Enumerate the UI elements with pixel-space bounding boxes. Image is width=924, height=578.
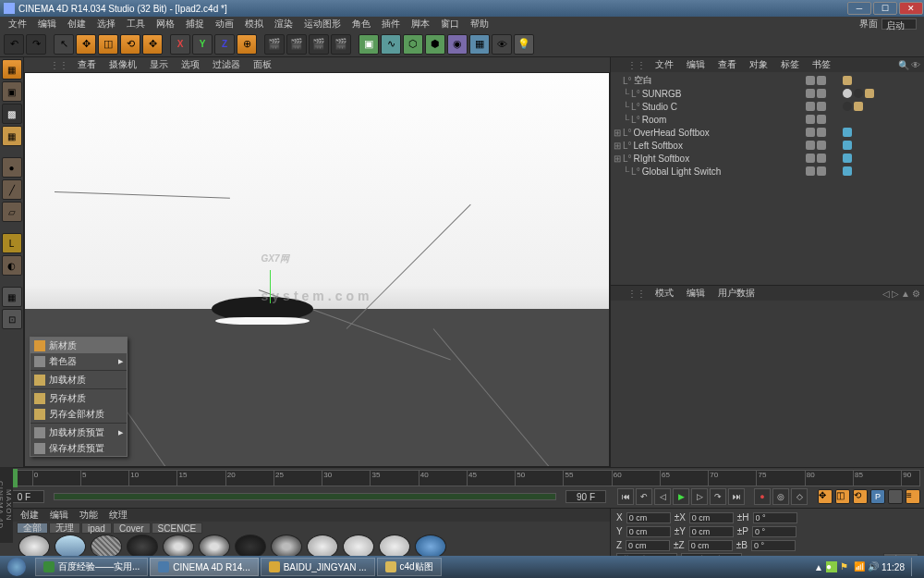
key-pos-button[interactable]: ✥	[818, 489, 833, 504]
menu-create[interactable]: 创建	[63, 18, 91, 31]
coord-p-input[interactable]	[752, 526, 796, 537]
vp-panel[interactable]: 面板	[249, 58, 275, 71]
taskbar-item[interactable]: c4d贴图	[377, 558, 442, 576]
light-tool[interactable]: 💡	[514, 34, 534, 55]
vp-display[interactable]: 显示	[146, 58, 172, 71]
tree-row[interactable]: ⊞L°OverHead Softbox	[613, 126, 802, 139]
am-mode[interactable]: 模式	[651, 287, 677, 300]
start-button[interactable]	[0, 556, 33, 578]
snap-enable[interactable]: ▦	[2, 287, 22, 307]
am-back-icon[interactable]: ◁	[882, 289, 890, 299]
menu-select[interactable]: 选择	[92, 18, 120, 31]
tag-row[interactable]	[806, 152, 922, 165]
key-rot-button[interactable]: ⟲	[853, 489, 868, 504]
render-view[interactable]: 🎬	[264, 34, 285, 55]
tree-row[interactable]: ⊞L°RIght Softbox	[613, 152, 802, 165]
key-param-button[interactable]: P	[870, 489, 885, 504]
key-scale-button[interactable]: ◫	[835, 489, 850, 504]
tray-volume-icon[interactable]: 🔊	[868, 561, 879, 572]
tree-row[interactable]: L°空白	[613, 74, 802, 87]
prev-frame-button[interactable]: ◁	[654, 488, 671, 505]
om-view[interactable]: 查看	[714, 58, 740, 71]
axis-gizmo-y[interactable]	[270, 270, 271, 303]
axis-mode[interactable]: L	[2, 233, 22, 253]
menu-file[interactable]: 文件	[4, 18, 31, 31]
menu-character[interactable]: 角色	[347, 18, 375, 31]
generator-tool-2[interactable]: ⬢	[425, 34, 445, 55]
search-icon[interactable]: 🔍	[898, 60, 909, 70]
primitive-cube[interactable]: ▣	[359, 34, 379, 55]
am-grip-icon[interactable]: ⋮⋮	[627, 289, 646, 299]
tag-row[interactable]	[806, 87, 922, 100]
om-bookmark[interactable]: 书签	[808, 58, 834, 71]
play-button[interactable]: ▶	[673, 488, 689, 505]
menu-help[interactable]: 帮助	[466, 18, 493, 31]
make-editable[interactable]: ▦	[2, 59, 22, 80]
axis-x-lock[interactable]: X	[170, 34, 190, 55]
taskbar-item[interactable]: BAIDU_JINGYAN ...	[261, 558, 375, 576]
menu-tools[interactable]: 工具	[122, 18, 150, 31]
select-tool[interactable]: ↖	[54, 34, 74, 55]
menu-window[interactable]: 窗口	[436, 18, 464, 31]
tray-icon-2[interactable]: ⚑	[840, 561, 851, 572]
coord-zs-input[interactable]	[688, 540, 733, 551]
mat-create[interactable]: 创建	[17, 509, 43, 522]
om-grip-icon[interactable]: ⋮⋮	[627, 60, 646, 70]
tag-row[interactable]	[806, 100, 922, 113]
autokey-button[interactable]: ◎	[772, 488, 789, 505]
next-key-button[interactable]: ↷	[710, 488, 726, 505]
render-region[interactable]: 🎬	[286, 34, 307, 55]
prev-key-button[interactable]: ↶	[636, 488, 652, 505]
taskbar-item[interactable]: 百度经验——实用...	[35, 558, 148, 576]
frame-end-input[interactable]	[565, 490, 606, 503]
tag-row[interactable]	[806, 113, 922, 126]
context-menu-item[interactable]: 保存材质预置	[30, 440, 127, 456]
timeline-ruler[interactable]: 051015202530354045505560657075808590	[4, 470, 920, 486]
show-desktop-button[interactable]	[911, 558, 918, 576]
texture-mode[interactable]: ▩	[2, 104, 22, 124]
vp-filter[interactable]: 过滤器	[209, 58, 244, 71]
coord-x-input[interactable]	[626, 512, 671, 523]
menu-mograph[interactable]: 运动图形	[299, 18, 346, 31]
last-tool[interactable]: ✥	[142, 34, 163, 55]
workplane-mode[interactable]: ▦	[2, 126, 22, 146]
rotate-tool[interactable]: ⟲	[120, 34, 140, 55]
coord-ys-input[interactable]	[689, 526, 734, 537]
vp-grip-icon[interactable]: ⋮⋮	[50, 60, 68, 70]
scale-tool[interactable]: ◫	[98, 34, 118, 55]
edge-mode[interactable]: ╱	[2, 179, 22, 200]
coord-z-input[interactable]	[626, 540, 670, 551]
menu-edit[interactable]: 编辑	[33, 18, 61, 31]
axis-z-lock[interactable]: Z	[214, 34, 235, 55]
coord-b-input[interactable]	[751, 540, 796, 551]
menu-script[interactable]: 脚本	[407, 18, 434, 31]
menu-snap[interactable]: 捕捉	[181, 18, 209, 31]
tree-row[interactable]: └L°SUNRGB	[613, 87, 802, 100]
tray-icon-1[interactable]: ●	[826, 561, 837, 572]
mat-function[interactable]: 功能	[76, 509, 102, 522]
maximize-button[interactable]: ☐	[873, 2, 897, 15]
environment-tool[interactable]: ▦	[469, 34, 490, 55]
context-menu-item[interactable]: 加载材质预置▶	[30, 424, 127, 440]
menu-plugins[interactable]: 插件	[377, 18, 405, 31]
undo-button[interactable]: ↶	[4, 34, 24, 55]
am-up-icon[interactable]: ▲	[901, 289, 910, 299]
coord-h-input[interactable]	[753, 512, 797, 523]
viewport-object[interactable]	[212, 297, 313, 321]
mat-texture[interactable]: 纹理	[105, 509, 131, 522]
polygon-mode[interactable]: ▱	[2, 202, 22, 222]
om-object[interactable]: 对象	[746, 58, 772, 71]
model-mode[interactable]: ▣	[2, 81, 22, 102]
vp-camera[interactable]: 摄像机	[105, 58, 140, 71]
goto-start-button[interactable]: ⏮	[617, 488, 634, 505]
tree-row[interactable]: └L°Global Light Switch	[613, 165, 802, 178]
coord-xs-input[interactable]	[689, 512, 734, 523]
snap-settings[interactable]: ⊡	[2, 309, 22, 329]
deformer-tool[interactable]: ◉	[447, 34, 468, 55]
mat-edit[interactable]: 编辑	[46, 509, 72, 522]
material-filter-tab[interactable]: Cover	[113, 523, 151, 534]
vp-options[interactable]: 选项	[177, 58, 203, 71]
tweak-mode[interactable]: ◐	[2, 255, 22, 276]
minimize-button[interactable]: ─	[847, 2, 871, 15]
spline-tool[interactable]: ∿	[381, 34, 401, 55]
